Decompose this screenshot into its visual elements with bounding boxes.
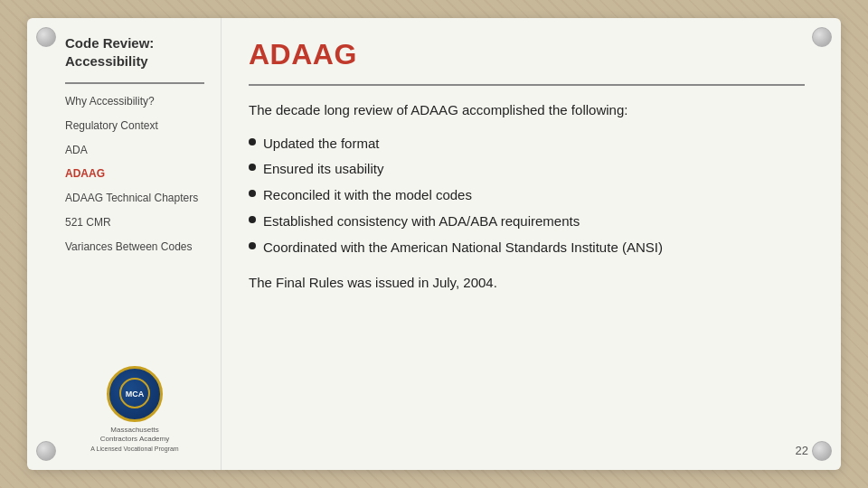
sidebar-item-cmr[interactable]: 521 CMR [65,214,204,231]
sidebar-item-technical[interactable]: ADAAG Technical Chapters [65,190,204,207]
bullet-dot-2 [249,164,256,171]
main-content: ADAAG The decade long review of ADAAG ac… [222,18,841,470]
sidebar-item-variances[interactable]: Variances Between Codes [65,239,204,256]
screw-bottom-left [36,441,56,461]
bullet-item-5: Coordinated with the American National S… [249,238,805,258]
final-text: The Final Rules was issued in July, 2004… [249,273,805,294]
bullet-text-4: Established consistency with ADA/ABA req… [263,211,580,231]
logo-label: MassachusettsContractors AcademyA Licens… [90,426,178,454]
sidebar-nav: Why Accessibility? Regulatory Context AD… [65,93,204,256]
bullet-item-1: Updated the format [249,134,805,154]
bullet-dot-5 [249,242,256,249]
bullet-text-3: Reconciled it with the model codes [263,185,472,205]
bullet-item-4: Established consistency with ADA/ABA req… [249,211,805,231]
main-divider [249,84,805,86]
bullet-item-3: Reconciled it with the model codes [249,185,805,205]
sidebar-item-why[interactable]: Why Accessibility? [65,93,204,110]
logo-circle: MCA [107,366,163,422]
screw-top-left [36,27,56,47]
main-title: ADAAG [249,38,805,71]
bullet-text-2: Ensured its usability [263,159,383,179]
bullet-text-5: Coordinated with the American National S… [263,238,663,258]
bullet-dot-4 [249,216,256,223]
bullet-list: Updated the format Ensured its usability… [249,134,805,258]
page-number: 22 [796,444,808,457]
sidebar: Code Review:Accessibility Why Accessibil… [27,18,222,470]
screw-bottom-right [812,441,832,461]
sidebar-item-adaag[interactable]: ADAAG [65,165,204,183]
sidebar-item-regulatory[interactable]: Regulatory Context [65,117,204,135]
sidebar-item-ada[interactable]: ADA [65,142,204,159]
screw-top-right [812,27,832,47]
svg-text:MCA: MCA [126,389,145,399]
bullet-dot-3 [249,190,256,197]
intro-text: The decade long review of ADAAG accompli… [249,100,805,121]
bullet-dot-1 [249,138,256,145]
slide-container: Code Review:Accessibility Why Accessibil… [27,18,841,470]
bullet-item-2: Ensured its usability [249,159,805,179]
sidebar-divider [65,82,204,84]
sidebar-logo: MCA MassachusettsContractors AcademyA Li… [65,355,204,454]
sidebar-title: Code Review:Accessibility [65,34,204,70]
logo-icon: MCA [118,377,151,411]
bullet-text-1: Updated the format [263,134,379,154]
